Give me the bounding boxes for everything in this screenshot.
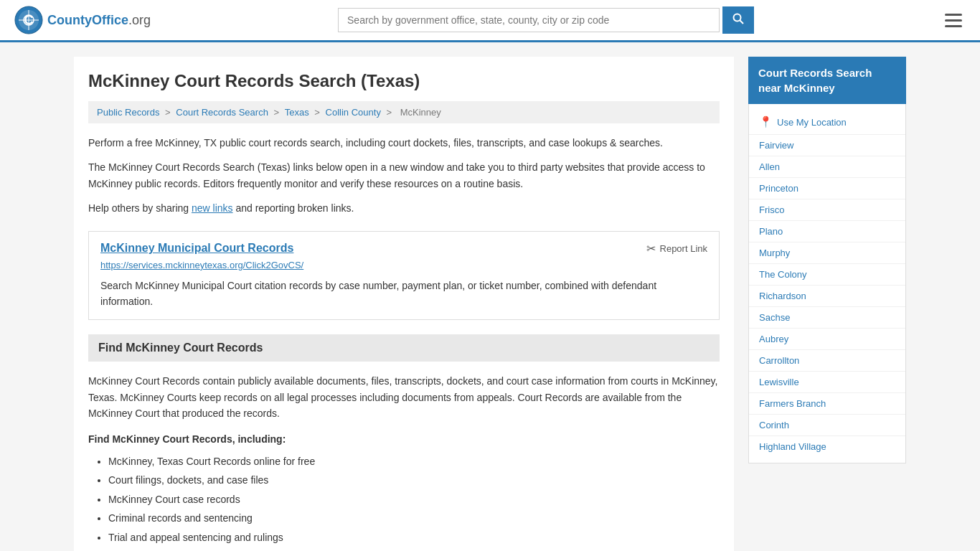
hamburger-line1 xyxy=(945,14,962,16)
desc-para2: The McKinney Court Records Search (Texas… xyxy=(88,159,720,192)
report-link[interactable]: ✂ Report Link xyxy=(646,242,707,255)
hamburger-button[interactable] xyxy=(941,10,966,31)
records-link-header: McKinney Municipal Court Records ✂ Repor… xyxy=(100,242,707,255)
sidebar-link-sachse[interactable]: Sachse xyxy=(749,306,905,328)
logo-icon: C xyxy=(14,6,43,34)
report-link-label: Report Link xyxy=(660,243,707,254)
content-area: McKinney Court Records Search (Texas) Pu… xyxy=(74,57,734,551)
report-link-icon: ✂ xyxy=(646,242,656,255)
list-item: McKinney, Texas Court Records online for… xyxy=(108,452,720,471)
breadcrumb-texas[interactable]: Texas xyxy=(285,107,309,118)
sidebar-link-highland-village[interactable]: Highland Village xyxy=(749,435,905,457)
sidebar-link-fairview[interactable]: Fairview xyxy=(749,134,905,156)
desc-para3: Help others by sharing new links and rep… xyxy=(88,200,720,216)
find-records-list: McKinney, Texas Court Records online for… xyxy=(88,452,720,547)
location-pin-icon: 📍 xyxy=(759,116,773,128)
new-links-link[interactable]: new links xyxy=(192,202,233,214)
find-records-subheading: Find McKinney Court Records, including: xyxy=(88,433,720,445)
svg-line-7 xyxy=(740,21,744,24)
breadcrumb-mckinney: McKinney xyxy=(400,107,441,118)
search-area xyxy=(338,6,754,34)
list-item: Criminal records and sentencing xyxy=(108,509,720,528)
sidebar-link-plano[interactable]: Plano xyxy=(749,220,905,242)
records-desc: Search McKinney Municipal Court citation… xyxy=(100,278,707,310)
hamburger-line3 xyxy=(945,25,962,27)
use-location-label: Use My Location xyxy=(777,117,847,128)
use-location-link[interactable]: 📍 Use My Location xyxy=(749,110,905,134)
sidebar-content: 📍 Use My Location FairviewAllenPrinceton… xyxy=(748,104,906,463)
main-container: McKinney Court Records Search (Texas) Pu… xyxy=(60,42,920,551)
svg-point-6 xyxy=(734,14,741,22)
sidebar-link-frisco[interactable]: Frisco xyxy=(749,199,905,220)
header: C CountyOffice.org xyxy=(0,0,980,42)
records-link-title[interactable]: McKinney Municipal Court Records xyxy=(100,242,293,255)
list-item: Trial and appeal sentencing and rulings xyxy=(108,528,720,547)
list-item: McKinney Court case records xyxy=(108,490,720,509)
sidebar-link-aubrey[interactable]: Aubrey xyxy=(749,328,905,349)
logo-text: CountyOffice.org xyxy=(47,13,151,28)
sidebar-link-the-colony[interactable]: The Colony xyxy=(749,263,905,285)
records-link-box: McKinney Municipal Court Records ✂ Repor… xyxy=(88,231,720,321)
breadcrumb-public-records[interactable]: Public Records xyxy=(97,107,159,118)
search-input[interactable] xyxy=(338,8,720,32)
page-title: McKinney Court Records Search (Texas) xyxy=(88,71,720,91)
description: Perform a free McKinney, TX public court… xyxy=(88,135,720,217)
hamburger-line2 xyxy=(945,19,962,22)
sidebar-link-corinth[interactable]: Corinth xyxy=(749,414,905,435)
records-url[interactable]: https://services.mckinneytexas.org/Click… xyxy=(100,260,707,270)
logo-area: C CountyOffice.org xyxy=(14,6,151,34)
sidebar-link-lewisville[interactable]: Lewisville xyxy=(749,371,905,392)
sidebar-links: FairviewAllenPrincetonFriscoPlanoMurphyT… xyxy=(749,134,905,457)
breadcrumb: Public Records > Court Records Search > … xyxy=(88,101,720,123)
sidebar-link-murphy[interactable]: Murphy xyxy=(749,242,905,263)
search-icon xyxy=(732,13,744,24)
list-item: Court filings, dockets, and case files xyxy=(108,471,720,490)
breadcrumb-court-records[interactable]: Court Records Search xyxy=(176,107,268,118)
find-records-header: Find McKinney Court Records xyxy=(88,334,720,362)
sidebar-link-richardson[interactable]: Richardson xyxy=(749,285,905,306)
find-records-desc: McKinney Court Records contain publicly … xyxy=(88,373,720,421)
sidebar: Court Records Search near McKinney 📍 Use… xyxy=(748,57,906,551)
sidebar-link-princeton[interactable]: Princeton xyxy=(749,177,905,199)
sidebar-link-allen[interactable]: Allen xyxy=(749,156,905,177)
desc-para1: Perform a free McKinney, TX public court… xyxy=(88,135,720,151)
breadcrumb-collin-county[interactable]: Collin County xyxy=(326,107,381,118)
sidebar-link-carrollton[interactable]: Carrollton xyxy=(749,349,905,371)
sidebar-header: Court Records Search near McKinney xyxy=(748,57,906,104)
find-records-section: Find McKinney Court Records McKinney Cou… xyxy=(88,334,720,547)
sidebar-link-farmers-branch[interactable]: Farmers Branch xyxy=(749,392,905,414)
search-button[interactable] xyxy=(722,6,754,34)
